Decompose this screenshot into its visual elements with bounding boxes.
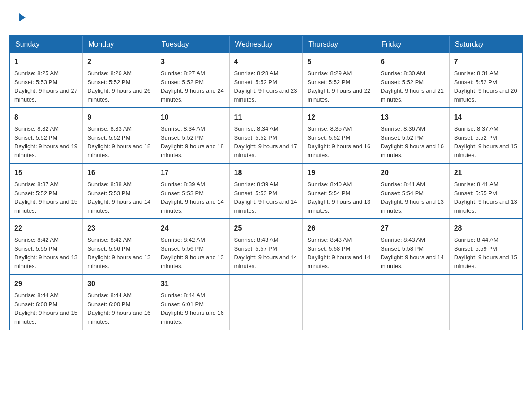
day-daylight: Daylight: 9 hours and 16 minutes. — [161, 309, 224, 325]
day-sunset: Sunset: 5:52 PM — [307, 134, 350, 141]
day-sunset: Sunset: 5:52 PM — [307, 79, 350, 86]
logo — [18, 13, 26, 21]
day-sunset: Sunset: 5:54 PM — [307, 190, 350, 197]
day-sunrise: Sunrise: 8:41 AM — [381, 181, 425, 188]
day-sunrise: Sunrise: 8:44 AM — [14, 292, 59, 299]
day-number: 11 — [234, 112, 298, 123]
calendar-day-cell — [376, 274, 450, 330]
day-number: 31 — [161, 278, 225, 289]
day-daylight: Daylight: 9 hours and 19 minutes. — [14, 143, 77, 158]
calendar-day-cell: 6 Sunrise: 8:30 AM Sunset: 5:52 PM Dayli… — [376, 53, 450, 108]
calendar-day-cell: 19 Sunrise: 8:40 AM Sunset: 5:54 PM Dayl… — [303, 163, 376, 219]
calendar-day-cell: 15 Sunrise: 8:37 AM Sunset: 5:52 PM Dayl… — [9, 163, 83, 219]
day-daylight: Daylight: 9 hours and 13 minutes. — [87, 254, 150, 270]
day-daylight: Daylight: 9 hours and 15 minutes. — [454, 143, 517, 158]
calendar-day-cell: 12 Sunrise: 8:35 AM Sunset: 5:52 PM Dayl… — [303, 108, 376, 163]
day-daylight: Daylight: 9 hours and 20 minutes. — [454, 87, 517, 103]
day-number: 28 — [454, 223, 518, 234]
day-sunrise: Sunrise: 8:28 AM — [234, 70, 279, 77]
day-sunset: Sunset: 5:53 PM — [14, 79, 57, 86]
calendar-day-cell: 2 Sunrise: 8:26 AM Sunset: 5:52 PM Dayli… — [83, 53, 156, 108]
calendar-day-cell: 20 Sunrise: 8:41 AM Sunset: 5:54 PM Dayl… — [376, 163, 450, 219]
day-sunset: Sunset: 5:59 PM — [454, 245, 497, 252]
day-daylight: Daylight: 9 hours and 14 minutes. — [307, 254, 370, 270]
weekday-header-tuesday: Tuesday — [156, 35, 229, 53]
day-number: 21 — [454, 167, 518, 178]
day-sunset: Sunset: 5:53 PM — [87, 190, 130, 197]
day-number: 17 — [161, 167, 225, 178]
page-header — [9, 9, 523, 26]
day-daylight: Daylight: 9 hours and 15 minutes. — [14, 198, 77, 214]
day-sunrise: Sunrise: 8:37 AM — [14, 181, 59, 188]
day-number: 6 — [381, 56, 445, 67]
day-sunrise: Sunrise: 8:31 AM — [454, 70, 498, 77]
day-number: 15 — [14, 167, 78, 178]
day-sunrise: Sunrise: 8:37 AM — [454, 125, 498, 132]
calendar-day-cell: 11 Sunrise: 8:34 AM Sunset: 5:52 PM Dayl… — [229, 108, 303, 163]
day-sunrise: Sunrise: 8:41 AM — [454, 181, 498, 188]
weekday-header-monday: Monday — [83, 35, 156, 53]
day-sunrise: Sunrise: 8:34 AM — [161, 125, 205, 132]
calendar-day-cell: 24 Sunrise: 8:42 AM Sunset: 5:56 PM Dayl… — [156, 219, 229, 274]
day-number: 14 — [454, 112, 518, 123]
day-daylight: Daylight: 9 hours and 14 minutes. — [234, 198, 297, 214]
day-number: 24 — [161, 223, 225, 234]
day-sunrise: Sunrise: 8:39 AM — [234, 181, 279, 188]
day-number: 25 — [234, 223, 298, 234]
day-number: 20 — [381, 167, 445, 178]
day-sunset: Sunset: 5:53 PM — [234, 190, 277, 197]
day-sunrise: Sunrise: 8:27 AM — [161, 70, 205, 77]
day-sunrise: Sunrise: 8:25 AM — [14, 70, 59, 77]
day-daylight: Daylight: 9 hours and 14 minutes. — [161, 198, 224, 214]
day-sunset: Sunset: 5:52 PM — [14, 190, 57, 197]
day-sunset: Sunset: 5:55 PM — [454, 190, 497, 197]
day-sunrise: Sunrise: 8:43 AM — [307, 236, 352, 243]
calendar-day-cell: 10 Sunrise: 8:34 AM Sunset: 5:52 PM Dayl… — [156, 108, 229, 163]
day-daylight: Daylight: 9 hours and 13 minutes. — [454, 198, 517, 214]
day-sunset: Sunset: 5:52 PM — [161, 134, 204, 141]
day-daylight: Daylight: 9 hours and 24 minutes. — [161, 87, 224, 103]
calendar-day-cell: 3 Sunrise: 8:27 AM Sunset: 5:52 PM Dayli… — [156, 53, 229, 108]
day-daylight: Daylight: 9 hours and 14 minutes. — [87, 198, 150, 214]
weekday-header-thursday: Thursday — [303, 35, 376, 53]
day-number: 27 — [381, 223, 445, 234]
day-sunset: Sunset: 5:56 PM — [161, 245, 204, 252]
calendar-day-cell: 7 Sunrise: 8:31 AM Sunset: 5:52 PM Dayli… — [449, 53, 523, 108]
calendar-day-cell: 21 Sunrise: 8:41 AM Sunset: 5:55 PM Dayl… — [449, 163, 523, 219]
day-sunrise: Sunrise: 8:44 AM — [87, 292, 132, 299]
calendar-day-cell: 26 Sunrise: 8:43 AM Sunset: 5:58 PM Dayl… — [303, 219, 376, 274]
day-sunset: Sunset: 6:00 PM — [14, 301, 57, 308]
day-sunset: Sunset: 5:58 PM — [381, 245, 424, 252]
calendar-day-cell — [449, 274, 523, 330]
day-daylight: Daylight: 9 hours and 13 minutes. — [307, 198, 370, 214]
calendar-week-row: 15 Sunrise: 8:37 AM Sunset: 5:52 PM Dayl… — [9, 163, 523, 219]
day-sunrise: Sunrise: 8:42 AM — [161, 236, 205, 243]
day-daylight: Daylight: 9 hours and 18 minutes. — [161, 143, 224, 158]
day-sunrise: Sunrise: 8:44 AM — [161, 292, 205, 299]
calendar-day-cell: 18 Sunrise: 8:39 AM Sunset: 5:53 PM Dayl… — [229, 163, 303, 219]
day-number: 1 — [14, 56, 78, 67]
day-number: 23 — [87, 223, 151, 234]
calendar-week-row: 1 Sunrise: 8:25 AM Sunset: 5:53 PM Dayli… — [9, 53, 523, 108]
day-sunset: Sunset: 5:52 PM — [234, 79, 277, 86]
day-daylight: Daylight: 9 hours and 18 minutes. — [87, 143, 150, 158]
day-sunrise: Sunrise: 8:43 AM — [381, 236, 425, 243]
calendar-day-cell: 28 Sunrise: 8:44 AM Sunset: 5:59 PM Dayl… — [449, 219, 523, 274]
day-sunset: Sunset: 5:55 PM — [14, 245, 57, 252]
day-number: 12 — [307, 112, 371, 123]
day-sunset: Sunset: 5:57 PM — [234, 245, 277, 252]
day-sunset: Sunset: 5:52 PM — [87, 79, 130, 86]
day-number: 22 — [14, 223, 78, 234]
day-daylight: Daylight: 9 hours and 15 minutes. — [454, 254, 517, 270]
day-sunrise: Sunrise: 8:29 AM — [307, 70, 352, 77]
day-number: 29 — [14, 278, 78, 289]
calendar-table: SundayMondayTuesdayWednesdayThursdayFrid… — [9, 35, 523, 330]
day-daylight: Daylight: 9 hours and 15 minutes. — [14, 309, 77, 325]
day-number: 13 — [381, 112, 445, 123]
calendar-day-cell: 5 Sunrise: 8:29 AM Sunset: 5:52 PM Dayli… — [303, 53, 376, 108]
calendar-day-cell: 16 Sunrise: 8:38 AM Sunset: 5:53 PM Dayl… — [83, 163, 156, 219]
day-number: 10 — [161, 112, 225, 123]
calendar-day-cell: 23 Sunrise: 8:42 AM Sunset: 5:56 PM Dayl… — [83, 219, 156, 274]
calendar-day-cell: 31 Sunrise: 8:44 AM Sunset: 6:01 PM Dayl… — [156, 274, 229, 330]
day-daylight: Daylight: 9 hours and 16 minutes. — [381, 143, 444, 158]
